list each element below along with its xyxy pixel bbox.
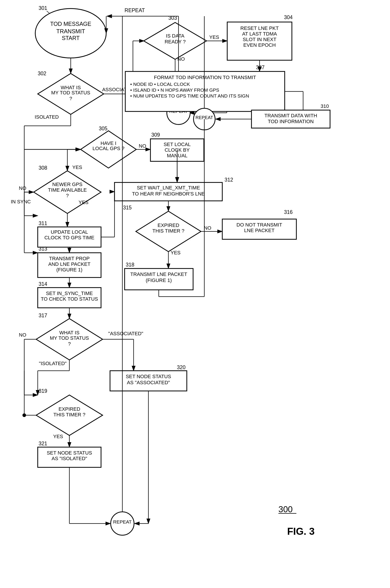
n320-l1: SET NODE STATUS	[126, 374, 171, 379]
n312-l1: SET WAIT_LNE_XMT_TIME	[137, 185, 200, 191]
n316-l1: DO NOT TRANSMIT	[237, 222, 282, 228]
n313-l3: (FIGURE 1)	[56, 267, 82, 272]
n304-l1: RESET LNE PKT	[241, 25, 279, 31]
n320-l2: AS "ASSOCIATED"	[127, 380, 170, 385]
n307-l4: • NUM UPDATES TO GPS TIME COUNT AND ITS …	[130, 93, 249, 98]
n308-l3: ?	[66, 193, 69, 198]
isolated-317: "ISOLATED"	[39, 361, 67, 366]
n315-l2: THIS TIMER ?	[152, 228, 185, 234]
n319-l2: THIS TIMER ?	[53, 412, 86, 418]
yes-308: YES	[79, 200, 89, 205]
n318-l2: (FIGURE 1)	[146, 277, 172, 283]
n318-l1: TRANSMIT LNE PACKET	[130, 271, 187, 277]
yes-label-303: YES	[209, 34, 219, 40]
n317-l2: MY TOD STATUS	[50, 335, 89, 341]
ref-311: 311	[39, 220, 47, 226]
ref-305: 305	[99, 126, 107, 131]
ref-317: 317	[39, 313, 47, 318]
n310-l2: TOD INFORMATION	[268, 119, 314, 124]
ref-316: 316	[284, 209, 292, 215]
ref-312: 312	[225, 177, 233, 183]
ref-301: 301	[39, 5, 47, 11]
n301-l2: TRANSMIT	[56, 28, 85, 34]
n308-l1: NEWER GPS	[52, 182, 82, 187]
ref-313: 313	[39, 246, 47, 252]
ref-304: 304	[284, 14, 293, 20]
n316-l2: LNE PACKET	[244, 228, 274, 233]
diagram-number: 300	[278, 505, 292, 514]
repeat-top: REPEAT	[125, 7, 145, 13]
ref-318: 318	[126, 262, 134, 267]
n302-l1: WHAT IS	[61, 85, 81, 90]
fig-label: FIG. 3	[287, 526, 315, 537]
ref-307: 307	[256, 64, 264, 70]
n301-l1: TOD MESSAGE	[50, 21, 91, 27]
ref-320: 320	[177, 365, 186, 370]
n301-l3: START	[62, 35, 80, 41]
n311-l1: UPDATE LOCAL	[51, 229, 88, 235]
ref-319: 319	[39, 388, 47, 394]
n321-l1: SET NODE STATUS	[47, 450, 92, 456]
isolated-label: ISOLATED	[35, 114, 59, 120]
n317-l3: ?	[68, 341, 71, 347]
yes-319: YES	[53, 434, 63, 439]
no-305: NO	[139, 143, 146, 149]
no-315: NO	[204, 225, 211, 231]
n307-l1: FORMAT TOD INFORMATION TO TRANSMIT	[154, 75, 256, 80]
ref-302: 302	[38, 71, 46, 76]
n303-l1: IS DATA	[166, 33, 185, 39]
n311-l2: CLOCK TO GPS TIME	[45, 235, 95, 240]
ref-308: 308	[39, 165, 47, 171]
ref-309: 309	[151, 132, 160, 138]
no-308: NO	[19, 185, 26, 191]
n314-l1: SET IN_SYNC_TIME	[46, 291, 93, 296]
ref-315: 315	[123, 205, 132, 211]
n308-l2: TIME AVAILABLE	[48, 187, 87, 193]
n314-l2: TO CHECK TOD STATUS	[41, 296, 98, 302]
n315-l1: EXPIRED	[158, 222, 179, 228]
ref-321: 321	[39, 441, 47, 446]
n302-l3: ?	[69, 96, 72, 101]
n304-l2: AT LAST TDMA	[242, 31, 277, 37]
n313-l1: TRANSMIT PROP	[49, 256, 90, 261]
n321-l2: AS "ISOLATED"	[52, 456, 87, 461]
no-317: NO	[19, 332, 26, 338]
n309-l1: SET LOCAL	[164, 142, 191, 147]
n319-l1: EXPIRED	[59, 406, 80, 412]
n307-l3: • ISLAND ID • N HOPS AWAY FROM GPS	[130, 87, 219, 93]
n310-l1: TRANSMIT DATA WITH	[264, 113, 317, 118]
ref-310: 310	[321, 103, 329, 109]
n307-l2: • NODE ID • LOCAL CLOCK	[130, 82, 190, 87]
n317-l1: WHAT IS	[59, 330, 80, 335]
n303-l2: READY ?	[165, 39, 186, 45]
diagram-container: TOD MESSAGE TRANSMIT START 301 REPEAT RE…	[0, 0, 390, 588]
in-sync-label: IN SYNC	[11, 199, 31, 205]
n305-l1: HAVE I	[100, 140, 117, 146]
yes-305: YES	[72, 164, 82, 170]
ref-314: 314	[39, 281, 47, 287]
n312-l2: TO HEAR RF NEIGHBOR'S LNE	[132, 191, 205, 197]
n304-l4: EVEN EPOCH	[244, 42, 276, 48]
n304-l3: SLOT IN NEXT	[243, 37, 276, 42]
rc3-label: REPEAT	[113, 519, 132, 524]
assoc-317: "ASSOCIATED"	[108, 331, 143, 336]
n305-l2: LOCAL GPS ?	[93, 146, 124, 151]
n302-l2: MY TOD STATUS	[51, 90, 90, 96]
yes-315: YES	[171, 250, 181, 256]
n313-l2: AND LNE PACKET	[48, 261, 91, 267]
